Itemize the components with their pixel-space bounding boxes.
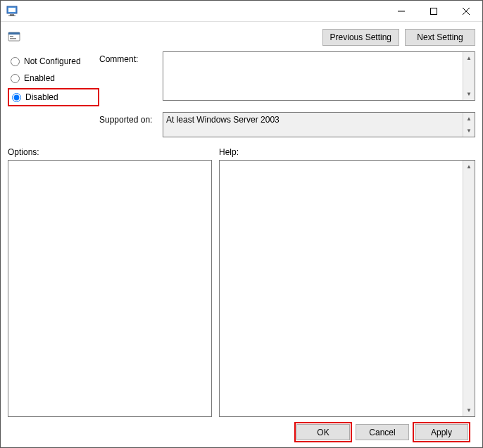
radio-enabled-label: Enabled xyxy=(24,73,55,83)
app-icon xyxy=(6,6,18,17)
help-label: Help: xyxy=(219,147,239,157)
scroll-down-icon[interactable] xyxy=(463,404,475,416)
svg-rect-2 xyxy=(10,14,14,15)
toolbar: Previous Setting Next Setting xyxy=(1,22,482,46)
next-setting-button[interactable]: Next Setting xyxy=(405,29,475,46)
supported-field-wrap xyxy=(163,112,475,137)
cancel-button[interactable]: Cancel xyxy=(356,424,409,440)
svg-rect-3 xyxy=(8,15,15,16)
svg-rect-11 xyxy=(10,38,16,39)
svg-rect-10 xyxy=(10,36,13,37)
policy-icon xyxy=(8,30,20,43)
options-label: Options: xyxy=(8,147,219,157)
help-scrollbar[interactable] xyxy=(463,161,475,416)
help-content xyxy=(220,161,463,416)
scroll-up-icon[interactable] xyxy=(463,52,475,64)
dialog-footer: OK Cancel Apply xyxy=(8,417,475,447)
options-content xyxy=(8,161,211,416)
close-button[interactable] xyxy=(450,1,482,22)
previous-setting-button[interactable]: Previous Setting xyxy=(322,29,399,46)
radio-disabled[interactable]: Disabled xyxy=(8,88,99,106)
radio-disabled-input[interactable] xyxy=(12,93,21,102)
comment-field-wrap xyxy=(163,51,475,101)
scroll-up-icon[interactable] xyxy=(463,113,475,125)
supported-scrollbar[interactable] xyxy=(463,113,475,137)
ok-button[interactable]: OK xyxy=(296,424,350,440)
radio-disabled-label: Disabled xyxy=(25,92,58,102)
options-pane xyxy=(8,160,212,417)
radio-enabled[interactable]: Enabled xyxy=(8,70,99,87)
comment-label: Comment: xyxy=(99,51,163,64)
minimize-button[interactable] xyxy=(385,1,418,22)
radio-not-configured-input[interactable] xyxy=(11,57,20,66)
radio-not-configured[interactable]: Not Configured xyxy=(8,53,99,70)
svg-rect-5 xyxy=(431,8,437,14)
svg-rect-1 xyxy=(8,8,15,12)
scroll-up-icon[interactable] xyxy=(463,161,475,173)
radio-not-configured-label: Not Configured xyxy=(24,56,81,66)
scroll-down-icon[interactable] xyxy=(463,125,475,137)
titlebar xyxy=(1,1,482,22)
comment-scrollbar[interactable] xyxy=(463,52,475,100)
svg-rect-9 xyxy=(8,32,20,35)
scroll-down-icon[interactable] xyxy=(463,88,475,100)
state-radio-group: Not Configured Enabled Disabled xyxy=(8,51,99,106)
comment-field[interactable] xyxy=(163,52,463,100)
help-pane xyxy=(219,160,475,417)
maximize-button[interactable] xyxy=(418,1,450,22)
supported-label: Supported on: xyxy=(99,112,163,137)
radio-enabled-input[interactable] xyxy=(11,74,20,83)
supported-field xyxy=(163,113,463,137)
apply-button[interactable]: Apply xyxy=(415,424,468,440)
